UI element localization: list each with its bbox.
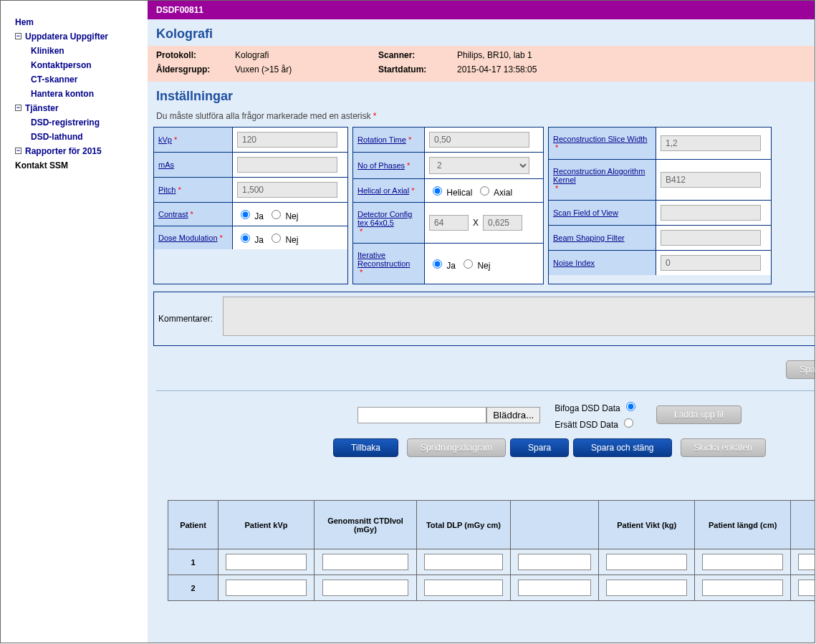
iter-yes-radio[interactable] — [433, 259, 442, 269]
mas-input[interactable] — [237, 157, 337, 173]
helical-radio[interactable] — [433, 186, 442, 196]
no-of-phases-label[interactable]: No of Phases — [357, 161, 405, 170]
nav-dsd-registrering[interactable]: DSD-registrering — [15, 115, 148, 130]
contrast-no-radio[interactable] — [272, 210, 281, 219]
save-close-button[interactable]: Spara och stäng — [573, 438, 671, 457]
contrast-label[interactable]: Contrast — [158, 210, 188, 218]
save-settings-button[interactable]: Spara inställningar — [786, 360, 815, 379]
kvp-input[interactable] — [237, 132, 337, 148]
recon-slice-width-input[interactable] — [661, 135, 761, 151]
dose-modulation-label[interactable]: Dose Modulation — [158, 234, 218, 242]
helical-axial-label[interactable]: Helical or Axial — [357, 186, 409, 195]
send-survey-button[interactable]: Skicka enkäten — [681, 438, 766, 457]
nav-kliniken[interactable]: Kliniken — [15, 44, 148, 58]
cell-weight[interactable] — [606, 554, 686, 570]
protocol-value: Kolografi — [235, 50, 378, 60]
topbar: DSDF00811 Logga ut — [148, 1, 815, 19]
cell-extra[interactable] — [518, 580, 592, 596]
nav-hantera-konton[interactable]: Hantera konton — [15, 87, 148, 101]
nav-ct-skanner[interactable]: CT-skanner — [15, 72, 148, 87]
detector-b-input[interactable] — [483, 215, 522, 231]
cell-ctdi[interactable] — [322, 580, 409, 596]
iterative-recon-label[interactable]: Iterative Reconstruction — [357, 251, 420, 268]
cell-kvp[interactable] — [226, 554, 306, 570]
detector-a-input[interactable] — [429, 215, 469, 231]
row-number: 2 — [168, 575, 219, 601]
dose-yes-radio[interactable] — [241, 234, 250, 243]
scanner-label: Scanner: — [378, 50, 457, 60]
page-title: Kolografi — [148, 19, 815, 46]
attach-radio[interactable] — [626, 402, 635, 411]
comments-label: Kommentarer: — [154, 292, 219, 345]
comments-textarea[interactable] — [223, 297, 815, 336]
axial-radio[interactable] — [480, 186, 489, 196]
separator — [156, 390, 815, 391]
nav-rapporter[interactable]: Rapporter för 2015 — [25, 144, 102, 158]
row-number: 1 — [168, 549, 219, 575]
patient-table: Patient Patient kVp Genomsnitt CTDIvol (… — [168, 500, 815, 601]
cell-dlp[interactable] — [424, 554, 503, 570]
nav-tjanster[interactable]: Tjänster — [25, 101, 59, 115]
no-of-phases-select[interactable]: 2 — [429, 157, 529, 174]
comments-box: Kommentarer: — [153, 292, 815, 346]
agegroup-value: Vuxen (>15 år) — [235, 64, 378, 75]
th-ctdi: Genomsnitt CTDIvol (mGy) — [314, 501, 416, 549]
pitch-input[interactable] — [237, 182, 337, 198]
main-content: DSDF00811 Logga ut Kolografi Skriv ut Pr… — [148, 1, 815, 643]
th-age: Ålder (År) — [791, 501, 815, 549]
replace-radio[interactable] — [624, 418, 633, 428]
cell-weight[interactable] — [606, 580, 686, 596]
collapse-icon[interactable]: − — [15, 148, 21, 154]
cell-age[interactable] — [798, 554, 815, 570]
user-code: DSDF00811 — [156, 5, 203, 15]
beam-shaping-input[interactable] — [661, 230, 761, 246]
collapse-icon[interactable]: − — [15, 33, 21, 39]
rotation-time-label[interactable]: Rotation Time — [357, 135, 406, 144]
iter-no-radio[interactable] — [464, 259, 473, 269]
mas-label[interactable]: mAs — [158, 160, 174, 169]
kvp-label[interactable]: kVp — [158, 135, 172, 144]
beam-shaping-label[interactable]: Beam Shaping Filter — [553, 234, 625, 242]
pitch-label[interactable]: Pitch — [158, 186, 176, 194]
recon-kernel-input[interactable] — [661, 172, 761, 188]
button-row: Tillbaka Spridningsdiagram Spara Spara o… — [148, 434, 815, 471]
cell-length[interactable] — [702, 580, 782, 596]
save-button[interactable]: Spara — [510, 438, 569, 457]
rotation-time-input[interactable] — [429, 132, 529, 148]
cell-age[interactable] — [798, 580, 815, 596]
recon-slice-width-label[interactable]: Reconstruction Slice Width — [553, 135, 647, 143]
scatter-button[interactable]: Spridningsdiagram — [407, 438, 506, 457]
back-button[interactable]: Tillbaka — [333, 438, 398, 457]
startdate-label: Startdatum: — [378, 64, 457, 75]
collapse-icon[interactable]: − — [15, 105, 21, 111]
nav-dsd-lathund[interactable]: DSD-lathund — [15, 130, 148, 144]
th-kvp: Patient kVp — [219, 501, 315, 549]
detector-config-label[interactable]: Detector Config tex 64x0,5 — [357, 210, 420, 227]
agegroup-label: Åldersgrupp: — [156, 64, 235, 75]
nav-update[interactable]: Uppdatera Uppgifter — [25, 29, 108, 44]
settings-col-3: Reconstruction Slice Width* Reconstructi… — [548, 127, 772, 284]
nav-kontakt-ssm[interactable]: Kontakt SSM — [15, 158, 148, 173]
th-weight: Patient Vikt (kg) — [599, 501, 695, 549]
cell-ctdi[interactable] — [322, 554, 409, 570]
file-path-input[interactable] — [357, 407, 486, 423]
cell-kvp[interactable] — [226, 580, 306, 596]
noise-index-input[interactable] — [661, 255, 761, 271]
nav-kontaktperson[interactable]: Kontaktperson — [15, 58, 148, 72]
cell-extra[interactable] — [518, 554, 592, 570]
browse-button[interactable]: Bläddra... — [486, 407, 540, 423]
protocol-label: Protokoll: — [156, 50, 235, 60]
scan-fov-input[interactable] — [661, 205, 761, 221]
table-row: 2 --Välj-- — [168, 575, 816, 601]
noise-index-label[interactable]: Noise Index — [553, 259, 595, 267]
cell-dlp[interactable] — [424, 580, 503, 596]
cell-length[interactable] — [702, 554, 782, 570]
dose-no-radio[interactable] — [272, 234, 281, 243]
scan-fov-label[interactable]: Scan Field of View — [553, 208, 618, 217]
settings-title: Inställningar — [148, 82, 815, 108]
contrast-yes-radio[interactable] — [241, 210, 250, 219]
recon-kernel-label[interactable]: Reconstruction Alogorithm Kernel — [553, 167, 651, 184]
upload-file-button[interactable]: Ladda upp fil — [656, 405, 741, 424]
nav-home[interactable]: Hem — [15, 15, 148, 29]
settings-col-2: Rotation Time* No of Phases* 2 Helical o… — [352, 127, 544, 284]
